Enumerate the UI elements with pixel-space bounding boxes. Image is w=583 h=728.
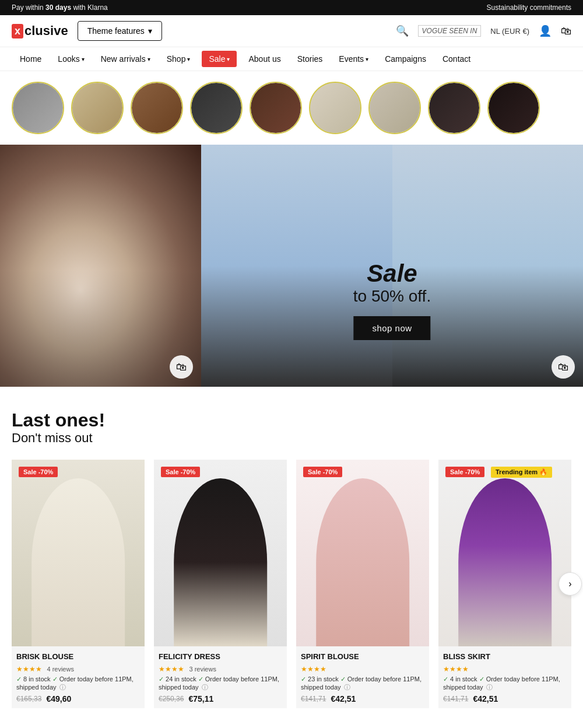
shop-now-button[interactable]: shop now [353, 316, 430, 340]
story-circle-6[interactable] [309, 82, 361, 134]
product-card-2[interactable]: Sale -70% FELICITY DRESS ★★★★ 3 reviews … [154, 460, 287, 708]
price-new-1: €49,60 [46, 694, 71, 704]
model-silhouette-3 [316, 478, 409, 646]
currency-selector[interactable]: NL (EUR €) [490, 27, 529, 36]
nav-looks[interactable]: Looks ▾ [50, 47, 92, 71]
hero-left-cart-button[interactable]: 🛍 [170, 355, 193, 379]
hero-sale-subtitle: to 50% off. [353, 287, 431, 306]
story-circle-4[interactable] [190, 82, 243, 134]
theme-features-button[interactable]: Theme features ▾ [78, 21, 162, 41]
price-old-1: €165,33 [16, 695, 41, 703]
logo-x: x [12, 24, 23, 38]
product-stars-4: ★★★★ [443, 665, 469, 673]
top-banner: Pay within 30 days with Klarna Sustainab… [0, 0, 583, 15]
check-icon: ✓ [340, 676, 346, 682]
product-stars-1: ★★★★ [16, 665, 42, 673]
product-price-3: €141,71 €42,51 [301, 694, 424, 704]
price-new-4: €42,51 [473, 694, 498, 704]
story-circle-9[interactable] [487, 82, 540, 134]
cart-icon: 🛍 [176, 361, 187, 373]
nav-campaigns[interactable]: Campaigns [377, 47, 434, 71]
chevron-down-icon: ▾ [187, 56, 190, 62]
nav-stories[interactable]: Stories [289, 47, 331, 71]
nav-about[interactable]: About us [240, 47, 289, 71]
info-icon: ⓘ [202, 684, 208, 691]
model-silhouette-4 [458, 478, 552, 646]
story-circle-7[interactable] [368, 82, 421, 134]
product-reviews-2: 3 reviews [189, 666, 216, 673]
nav-shop[interactable]: Shop ▾ [159, 47, 199, 71]
hero-section: 🛍 Sale to 50% off. shop now 🛍 [0, 145, 583, 387]
product-stock-4: ✓ 4 in stock ✓ Order today before 11PM, … [443, 676, 567, 692]
product-info-2: FELICITY DRESS ★★★★ 3 reviews ✓ 24 in st… [154, 646, 287, 708]
nav-events[interactable]: Events ▾ [331, 47, 377, 71]
cart-icon[interactable]: 🛍 [561, 25, 571, 37]
product-price-4: €141,71 €42,51 [443, 694, 567, 704]
main-nav: Home Looks ▾ New arrivals ▾ Shop ▾ Sale … [0, 47, 583, 71]
nav-new-arrivals[interactable]: New arrivals ▾ [93, 47, 159, 71]
nav-sale[interactable]: Sale ▾ [202, 51, 237, 67]
vogue-badge: VOGUE SEEN IN [418, 25, 482, 37]
hero-left-figure [0, 145, 201, 387]
nav-contact[interactable]: Contact [434, 47, 479, 71]
klarna-text: Pay within 30 days with Klarna [12, 4, 108, 12]
check-icon: ✓ [159, 676, 164, 682]
product-price-2: €250,36 €75,11 [159, 694, 282, 704]
hero-sale-title: Sale [353, 260, 431, 287]
price-new-3: €42,51 [331, 694, 356, 704]
product-card-1[interactable]: Sale -70% BRISK BLOUSE ★★★★ 4 reviews ✓ … [12, 460, 145, 708]
hero-overlay: Sale to 50% off. shop now [353, 260, 431, 340]
sale-badge-3: Sale -70% [303, 467, 342, 477]
product-name-2: FELICITY DRESS [159, 652, 282, 661]
sale-badge-2: Sale -70% [161, 467, 200, 477]
product-image-3: Sale -70% [296, 460, 429, 646]
next-arrow-button[interactable]: › [559, 572, 582, 596]
check-icon: ✓ [16, 676, 22, 682]
chevron-right-icon: › [568, 579, 571, 589]
sale-badge-1: Sale -70% [19, 467, 58, 477]
product-info-3: SPIRIT BLOUSE ★★★★ ✓ 23 in stock ✓ Order… [296, 646, 429, 708]
chevron-down-icon: ▾ [82, 56, 85, 62]
last-ones-title: Last ones! [12, 410, 571, 430]
hero-right-cart-button[interactable]: 🛍 [552, 355, 575, 379]
theme-features-label: Theme features [87, 26, 145, 36]
nav-home[interactable]: Home [12, 47, 50, 71]
product-name-1: BRISK BLOUSE [16, 652, 140, 661]
story-circle-3[interactable] [131, 82, 183, 134]
last-ones-subtitle: Don't miss out [12, 430, 571, 446]
info-icon: ⓘ [344, 684, 350, 691]
product-reviews-1: 4 reviews [47, 666, 73, 673]
chevron-down-icon: ▾ [366, 56, 368, 62]
price-old-4: €141,71 [443, 695, 468, 703]
sustainability-link[interactable]: Sustainability commitments [487, 4, 571, 12]
product-card-3[interactable]: Sale -70% SPIRIT BLOUSE ★★★★ ✓ 23 in sto… [296, 460, 429, 708]
hero-left-panel: 🛍 [0, 145, 201, 387]
story-circle-1[interactable] [12, 82, 64, 134]
product-card-4[interactable]: Sale -70% Trending item 🔥 BLISS SKIRT ★★… [438, 460, 571, 708]
last-ones-section: Last ones! Don't miss out Sale -70% BRIS… [0, 387, 583, 720]
story-circle-5[interactable] [250, 82, 302, 134]
model-silhouette-2 [174, 478, 267, 646]
check-icon: ✓ [52, 676, 58, 682]
story-circle-2[interactable] [71, 82, 124, 134]
story-circle-8[interactable] [428, 82, 480, 134]
product-stock-3: ✓ 23 in stock ✓ Order today before 11PM,… [301, 676, 424, 692]
check-icon: ✓ [198, 676, 203, 682]
price-old-2: €250,36 [159, 695, 184, 703]
product-stars-3: ★★★★ [301, 665, 326, 673]
search-icon[interactable]: 🔍 [396, 24, 409, 37]
product-stock-2: ✓ 24 in stock ✓ Order today before 11PM,… [159, 676, 282, 692]
hero-left-image [0, 145, 201, 387]
account-icon[interactable]: 👤 [539, 24, 552, 37]
check-icon: ✓ [301, 676, 306, 682]
chevron-down-icon: ▾ [147, 56, 150, 62]
product-stock-1: ✓ 8 in stock ✓ Order today before 11PM, … [16, 676, 140, 692]
products-row: Sale -70% BRISK BLOUSE ★★★★ 4 reviews ✓ … [12, 460, 571, 708]
chevron-down-icon: ▾ [227, 56, 230, 62]
product-image-4: Sale -70% Trending item 🔥 [438, 460, 571, 646]
price-new-2: €75,11 [188, 694, 213, 704]
klarna-days: 30 days [45, 4, 71, 12]
logo[interactable]: xclusive [12, 23, 68, 38]
product-info-4: BLISS SKIRT ★★★★ ✓ 4 in stock ✓ Order to… [438, 646, 571, 708]
product-image-2: Sale -70% [154, 460, 287, 646]
